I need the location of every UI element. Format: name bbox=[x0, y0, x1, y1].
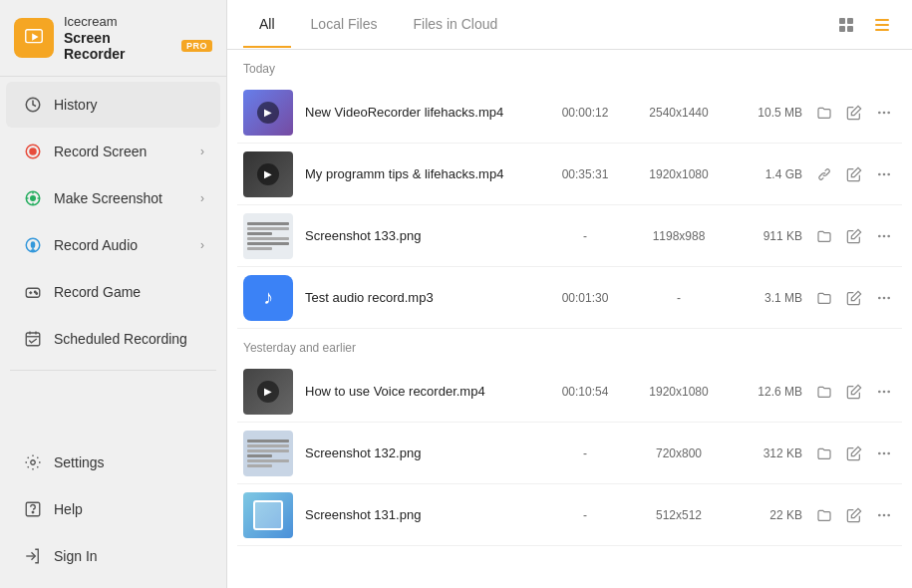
sidebar-item-history-label: History bbox=[54, 97, 98, 113]
history-icon bbox=[22, 94, 44, 116]
svg-point-42 bbox=[887, 234, 890, 237]
sidebar-item-make-screenshot[interactable]: Make Screenshot › bbox=[6, 175, 220, 221]
sidebar: Icecream Screen Recorder PRO History bbox=[0, 0, 227, 588]
file-meta: - 720x800 312 KB bbox=[555, 446, 802, 460]
file-meta: 00:35:31 1920x1080 1.4 GB bbox=[555, 167, 802, 181]
play-icon: ▶ bbox=[257, 163, 279, 185]
svg-point-35 bbox=[883, 111, 886, 114]
file-name: My programm tips & lifehacks.mp4 bbox=[305, 166, 543, 181]
list-view-button[interactable] bbox=[868, 11, 896, 39]
sidebar-item-help[interactable]: Help bbox=[6, 486, 220, 532]
file-name: Screenshot 131.png bbox=[305, 507, 543, 522]
file-info: How to use Voice recorder.mp4 bbox=[305, 384, 543, 399]
more-button[interactable] bbox=[872, 101, 896, 125]
app-title-block: Icecream Screen Recorder PRO bbox=[64, 14, 212, 62]
nav-menu: History Record Screen › bbox=[0, 77, 226, 435]
sidebar-item-audio-label: Record Audio bbox=[54, 237, 138, 253]
more-button[interactable] bbox=[872, 441, 896, 465]
edit-button[interactable] bbox=[842, 224, 866, 248]
file-info: Screenshot 131.png bbox=[305, 507, 543, 522]
file-thumbnail: ♪ bbox=[243, 275, 293, 321]
open-folder-button[interactable] bbox=[812, 441, 836, 465]
svg-point-50 bbox=[883, 451, 886, 454]
edit-button[interactable] bbox=[842, 503, 866, 527]
svg-rect-19 bbox=[26, 333, 40, 346]
screenshot-preview bbox=[243, 434, 293, 473]
edit-button[interactable] bbox=[842, 101, 866, 125]
table-row[interactable]: ▶ New VideoRecorder lifehacks.mp4 00:00:… bbox=[237, 82, 902, 144]
more-button[interactable] bbox=[872, 503, 896, 527]
app-header: Icecream Screen Recorder PRO bbox=[0, 0, 226, 77]
tab-all[interactable]: All bbox=[243, 2, 291, 48]
file-size: 911 KB bbox=[743, 229, 802, 243]
file-duration: - bbox=[555, 446, 615, 460]
sidebar-item-signin[interactable]: Sign In bbox=[6, 533, 220, 579]
game-icon bbox=[22, 281, 44, 303]
svg-rect-31 bbox=[875, 19, 889, 21]
file-info: Test audio record.mp3 bbox=[305, 290, 543, 305]
table-row[interactable]: ♪ Test audio record.mp3 00:01:30 - 3.1 M… bbox=[237, 267, 902, 329]
edit-button[interactable] bbox=[842, 441, 866, 465]
sidebar-item-settings[interactable]: Settings bbox=[6, 440, 220, 485]
link-button[interactable] bbox=[812, 162, 836, 186]
svg-point-39 bbox=[887, 172, 890, 175]
sidebar-item-record-screen-label: Record Screen bbox=[54, 144, 147, 159]
file-resolution: 1198x988 bbox=[639, 229, 719, 243]
svg-point-36 bbox=[887, 111, 890, 114]
svg-point-48 bbox=[887, 390, 890, 393]
open-folder-button[interactable] bbox=[812, 101, 836, 125]
svg-point-25 bbox=[32, 511, 34, 513]
more-button[interactable] bbox=[872, 162, 896, 186]
file-size: 312 KB bbox=[743, 446, 802, 460]
file-info: My programm tips & lifehacks.mp4 bbox=[305, 166, 543, 181]
app-logo-icon bbox=[14, 18, 54, 58]
logo-svg bbox=[23, 27, 45, 49]
edit-button[interactable] bbox=[842, 380, 866, 404]
svg-point-6 bbox=[31, 196, 36, 201]
file-actions bbox=[812, 162, 896, 186]
more-button[interactable] bbox=[872, 380, 896, 404]
file-size: 22 KB bbox=[743, 508, 802, 522]
file-size: 10.5 MB bbox=[743, 106, 802, 120]
svg-point-43 bbox=[878, 296, 881, 299]
sidebar-item-record-audio[interactable]: Record Audio › bbox=[6, 222, 220, 268]
svg-point-53 bbox=[883, 513, 886, 516]
open-folder-button[interactable] bbox=[812, 224, 836, 248]
table-row[interactable]: Screenshot 133.png - 1198x988 911 KB bbox=[237, 205, 902, 267]
sidebar-item-record-screen[interactable]: Record Screen › bbox=[6, 129, 220, 174]
table-row[interactable]: Screenshot 131.png - 512x512 22 KB bbox=[237, 484, 902, 546]
app-title-line2: Screen Recorder bbox=[64, 30, 175, 62]
svg-point-51 bbox=[887, 451, 890, 454]
settings-icon bbox=[22, 451, 44, 473]
edit-button[interactable] bbox=[842, 286, 866, 310]
grid-view-button[interactable] bbox=[832, 11, 860, 39]
sidebar-item-scheduled[interactable]: Scheduled Recording bbox=[6, 316, 220, 362]
audio-chevron: › bbox=[200, 238, 204, 252]
open-folder-button[interactable] bbox=[812, 503, 836, 527]
svg-point-52 bbox=[878, 513, 881, 516]
open-folder-button[interactable] bbox=[812, 286, 836, 310]
table-row[interactable]: Screenshot 132.png - 720x800 312 KB bbox=[237, 423, 902, 484]
file-name: Test audio record.mp3 bbox=[305, 290, 543, 305]
svg-point-41 bbox=[883, 234, 886, 237]
tab-local-files[interactable]: Local Files bbox=[295, 2, 394, 48]
table-row[interactable]: ▶ My programm tips & lifehacks.mp4 00:35… bbox=[237, 144, 902, 205]
more-button[interactable] bbox=[872, 224, 896, 248]
edit-button[interactable] bbox=[842, 162, 866, 186]
record-screen-chevron: › bbox=[200, 145, 204, 158]
app-subtitle: Screen Recorder PRO bbox=[64, 30, 212, 62]
section-today-label: Today bbox=[237, 50, 902, 82]
table-row[interactable]: ▶ How to use Voice recorder.mp4 00:10:54… bbox=[237, 361, 902, 423]
file-duration: 00:10:54 bbox=[555, 385, 615, 399]
sidebar-item-scheduled-label: Scheduled Recording bbox=[54, 331, 187, 347]
svg-rect-27 bbox=[839, 18, 845, 24]
file-meta: 00:00:12 2540x1440 10.5 MB bbox=[555, 106, 802, 120]
tab-files-in-cloud[interactable]: Files in Cloud bbox=[397, 2, 513, 48]
svg-point-44 bbox=[883, 296, 886, 299]
sidebar-item-history[interactable]: History bbox=[6, 82, 220, 128]
file-resolution: 1920x1080 bbox=[639, 385, 719, 399]
more-button[interactable] bbox=[872, 286, 896, 310]
sidebar-item-record-game[interactable]: Record Game bbox=[6, 269, 220, 315]
open-folder-button[interactable] bbox=[812, 380, 836, 404]
svg-rect-32 bbox=[875, 24, 889, 26]
